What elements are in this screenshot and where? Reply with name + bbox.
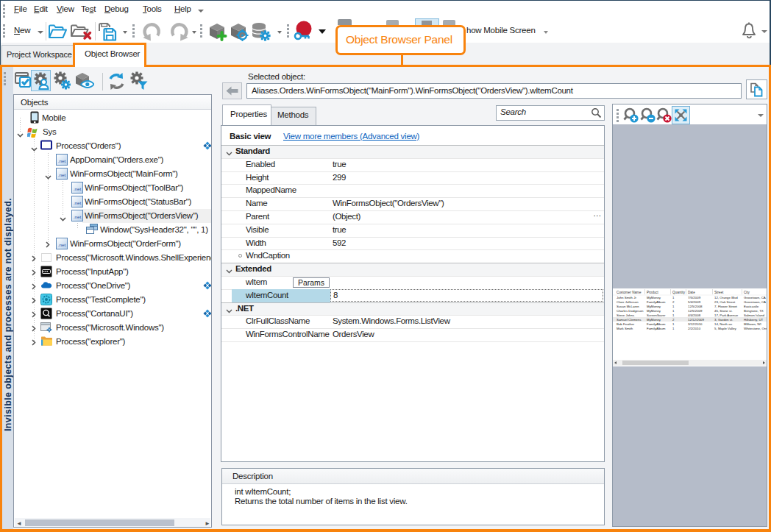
svg-text:14, North av.: 14, North av. <box>714 322 733 326</box>
svg-text:Quantity: Quantity <box>672 291 686 294</box>
svg-text:12/5/2009: 12/5/2009 <box>688 309 703 313</box>
svg-text:Street: Street <box>714 291 724 294</box>
svg-text:Greentown, CA: Greentown, CA <box>744 300 766 304</box>
svg-text:John Smith Jr: John Smith Jr <box>617 296 636 299</box>
svg-text:Samuel Clemens: Samuel Clemens <box>617 318 642 322</box>
svg-text:3, Garden st.: 3, Garden st. <box>714 318 733 322</box>
svg-text:Hillsberry, UT: Hillsberry, UT <box>744 318 764 322</box>
svg-text:Customer Name: Customer Name <box>617 291 642 294</box>
svg-text:3/12/2010: 3/12/2010 <box>688 322 703 326</box>
svg-text:Steve Johns: Steve Johns <box>617 313 635 317</box>
svg-text:.net: .net <box>74 214 82 219</box>
svg-text:ScreenSaver: ScreenSaver <box>647 313 666 317</box>
svg-text:FamilyAlbum: FamilyAlbum <box>647 300 666 304</box>
svg-text:45, Stone st.: 45, Stone st. <box>714 309 733 313</box>
svg-text:.net: .net <box>58 242 66 247</box>
svg-text:Susan McLaren: Susan McLaren <box>617 305 639 308</box>
svg-text:Charles Dodgeson: Charles Dodgeson <box>617 309 644 313</box>
svg-text:Eastcastle: Eastcastle <box>744 305 759 308</box>
svg-text:MyMoney: MyMoney <box>647 318 661 322</box>
svg-text:.net: .net <box>58 172 66 177</box>
svg-text:Whitestone, Onta: Whitestone, Onta <box>744 327 767 330</box>
svg-text:Grovetown, CA: Grovetown, CA <box>744 296 766 299</box>
svg-text:23, Oak Street: 23, Oak Street <box>714 300 736 304</box>
svg-text:.net: .net <box>74 186 82 191</box>
svg-text:7/5/2009: 7/5/2009 <box>688 296 701 299</box>
svg-text:FamilyAlbum: FamilyAlbum <box>647 322 666 326</box>
svg-text:FamilyAlbum: FamilyAlbum <box>647 327 666 330</box>
svg-text:MyMoney: MyMoney <box>647 296 661 299</box>
svg-text:12/5/2008: 12/5/2008 <box>688 305 703 308</box>
svg-text:5, Maple Valley: 5, Maple Valley <box>714 327 736 330</box>
svg-text:7, Flower Street: 7, Flower Street <box>714 305 738 308</box>
svg-text:.net: .net <box>74 200 82 205</box>
svg-text:Bringtone, TX: Bringtone, TX <box>744 309 764 313</box>
svg-text:2/2/2010: 2/2/2010 <box>688 327 701 330</box>
svg-text:5/4/2009: 5/4/2009 <box>688 300 701 304</box>
svg-text:Bob Feather: Bob Feather <box>617 322 635 326</box>
svg-text:Milltown, WI: Milltown, WI <box>744 322 761 326</box>
svg-text:12/12/2009: 12/12/2009 <box>688 318 705 322</box>
svg-text:Clare Jefferson: Clare Jefferson <box>617 300 639 304</box>
svg-text:MyMoney: MyMoney <box>647 305 661 308</box>
svg-text:Date: Date <box>688 291 695 294</box>
svg-text:MyMoney: MyMoney <box>647 309 661 313</box>
svg-text:.net: .net <box>58 158 66 163</box>
svg-text:Salmon Island: Salmon Island <box>744 313 764 317</box>
svg-text:12, Orange Blvd: 12, Orange Blvd <box>714 296 738 299</box>
svg-text:4/4/2008: 4/4/2008 <box>688 313 701 317</box>
svg-text:17, Park Avenue: 17, Park Avenue <box>714 313 739 317</box>
svg-text:City: City <box>744 291 750 294</box>
svg-text:Mark Smith: Mark Smith <box>617 327 633 330</box>
svg-text:Product: Product <box>647 291 659 294</box>
